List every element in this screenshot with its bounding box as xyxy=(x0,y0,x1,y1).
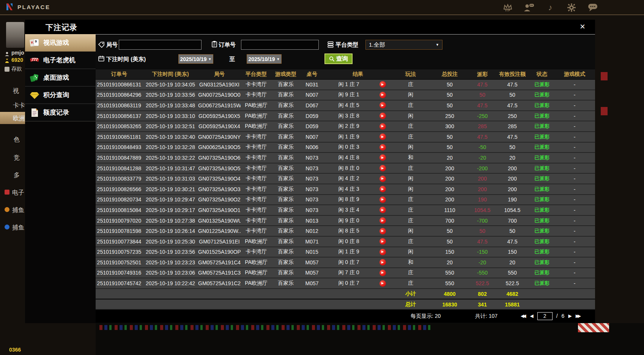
table-row: 251019100853265 2025-10-19 10:32:51 GD05… xyxy=(96,121,595,132)
date-from-picker[interactable]: 2025/10/19 ▼ xyxy=(178,54,213,64)
platform-select-value: 1.全部 xyxy=(369,41,385,49)
pagination-bar: 每页显示: 20 共计: 107 ◀◀ ◀ 2 / 6 ▶ ▶▶ xyxy=(96,310,595,323)
play-button[interactable]: ▶ xyxy=(379,186,386,192)
prev-page-icon[interactable]: ◀ xyxy=(530,313,533,319)
col-header-payout: 派彩 xyxy=(470,71,495,78)
col-header-game-mode: 游戏模式 xyxy=(554,71,595,78)
cell-game-type: 百家乐 xyxy=(272,91,300,98)
table-games-icon xyxy=(30,73,39,82)
cell-total-bet: 200 xyxy=(430,165,470,171)
play-button[interactable]: ▶ xyxy=(379,280,386,287)
cell-payout: 47.5 xyxy=(470,134,495,140)
cell-bet-type: 庄 xyxy=(392,196,430,203)
cell-bet-type: 闲 xyxy=(392,228,430,234)
slot-777-icon: 777 xyxy=(30,56,39,65)
cell-round-number: GM07125A191EI xyxy=(198,239,241,245)
last-page-icon[interactable]: ▶▶ xyxy=(576,313,581,319)
play-button[interactable]: ▶ xyxy=(379,154,386,161)
cell-replay: ▶ xyxy=(373,92,392,98)
cell-valid-bet: 47.5 xyxy=(495,239,530,245)
page-input[interactable]: 2 xyxy=(537,312,553,320)
play-button[interactable]: ▶ xyxy=(379,123,386,130)
lobby-frag-video: 视 xyxy=(13,87,19,95)
cell-status: 已派彩 xyxy=(530,238,554,245)
cell-payout: 200 xyxy=(470,176,495,182)
total-count-value: 107 xyxy=(489,313,498,319)
play-button[interactable]: ▶ xyxy=(379,102,386,108)
table-row: 251019100848493 2025-10-19 10:32:28 GN00… xyxy=(96,143,595,153)
play-button[interactable]: ▶ xyxy=(379,196,386,203)
tab-video-games[interactable]: K 9 视讯游戏 xyxy=(25,34,96,52)
cell-game-type: 百家乐 xyxy=(272,269,300,276)
cell-game-type: 百家乐 xyxy=(272,175,300,182)
brand-text: PLAYACE xyxy=(17,4,50,10)
play-button[interactable]: ▶ xyxy=(379,81,386,88)
cell-valid-bet: 700 xyxy=(495,218,530,224)
cell-valid-bet: 522.5 xyxy=(495,280,530,286)
platform-select[interactable]: 1.全部 ▼ xyxy=(365,40,442,50)
cell-payout: 47.5 xyxy=(470,102,495,108)
cell-game-type: 百家乐 xyxy=(272,186,300,193)
play-button[interactable]: ▶ xyxy=(379,259,386,265)
username: pmjo xyxy=(11,50,24,56)
cell-total-bet: 200 xyxy=(430,196,470,203)
table-row: 251019100856137 2025-10-19 10:33:10 GD05… xyxy=(96,111,595,122)
music-icon[interactable]: ♪ xyxy=(545,2,556,14)
first-page-icon[interactable]: ◀◀ xyxy=(521,313,526,319)
close-icon[interactable]: × xyxy=(580,21,585,32)
play-button[interactable]: ▶ xyxy=(379,176,386,182)
play-button[interactable]: ▶ xyxy=(379,270,386,276)
cell-platform: PA欧洲厅 xyxy=(241,259,272,266)
cell-game-mode: - xyxy=(554,270,595,276)
playace-logo[interactable]: PLAYACE xyxy=(5,3,50,11)
play-button[interactable]: ▶ xyxy=(379,207,386,213)
cell-round-number: GD06725A1915W xyxy=(198,102,241,108)
play-button[interactable]: ▶ xyxy=(379,165,386,171)
play-button[interactable]: ▶ xyxy=(379,92,386,98)
cell-replay: ▶ xyxy=(373,217,392,224)
cell-order-number: 251019100866131 xyxy=(96,82,143,88)
cell-result: 闲 4 庄 8 xyxy=(324,154,373,161)
cell-replay: ▶ xyxy=(373,134,392,140)
roadmap-beads xyxy=(99,325,433,330)
play-button[interactable]: ▶ xyxy=(379,144,386,151)
vip-icon[interactable]: VIP xyxy=(502,2,513,14)
lobby-frag-code: 0366 xyxy=(9,347,21,353)
cell-bet-time: 2025-10-19 10:26:14 xyxy=(143,228,198,234)
cell-bet-type: 闲 xyxy=(392,248,430,255)
cell-round-number: GN00625A190O5 xyxy=(198,144,241,150)
order-input[interactable] xyxy=(241,40,319,50)
settings-gear-icon[interactable] xyxy=(566,2,577,14)
cell-bet-time: 2025-10-19 10:33:10 xyxy=(143,113,198,119)
play-button[interactable]: ▶ xyxy=(379,228,386,234)
play-button[interactable]: ▶ xyxy=(379,238,386,245)
lobby-frag-kaka: 卡卡 xyxy=(13,102,25,110)
cell-replay: ▶ xyxy=(373,123,392,130)
table-row: 251019100820734 2025-10-19 10:29:47 GN07… xyxy=(96,195,595,206)
cell-game-type: 百家乐 xyxy=(272,280,300,287)
cell-payout: -550 xyxy=(470,270,495,276)
tab-table-games[interactable]: 桌面游戏 xyxy=(25,69,96,86)
cell-bet-time: 2025-10-19 10:33:48 xyxy=(143,102,198,108)
cell-order-number: 251019100797020 xyxy=(96,218,143,224)
cell-result: 闲 9 庄 1 xyxy=(324,91,373,98)
next-page-icon[interactable]: ▶ xyxy=(568,313,572,319)
play-button[interactable]: ▶ xyxy=(379,249,386,255)
tab-points-query[interactable]: 积分查询 xyxy=(25,86,96,104)
search-button[interactable]: 查询 xyxy=(324,53,353,64)
cell-order-number: 251019100847889 xyxy=(96,155,143,161)
round-input[interactable] xyxy=(119,40,202,50)
chat-icon[interactable] xyxy=(587,2,598,14)
cell-game-mode: - xyxy=(554,102,595,108)
date-to-picker[interactable]: 2025/10/19 ▼ xyxy=(247,54,282,64)
play-button[interactable]: ▶ xyxy=(379,217,386,224)
play-button[interactable]: ▶ xyxy=(379,134,386,140)
cell-order-number: 251019100752501 xyxy=(96,259,143,265)
tab-slots[interactable]: 777 电子老虎机 xyxy=(25,52,96,69)
customer-service-icon[interactable] xyxy=(523,2,535,14)
col-header-result: 结果 xyxy=(324,71,392,78)
cell-replay: ▶ xyxy=(373,186,392,192)
play-button[interactable]: ▶ xyxy=(379,113,386,119)
tab-quota-records[interactable]: 额度记录 xyxy=(25,104,96,121)
cell-bet-type: 庄 xyxy=(392,217,430,224)
